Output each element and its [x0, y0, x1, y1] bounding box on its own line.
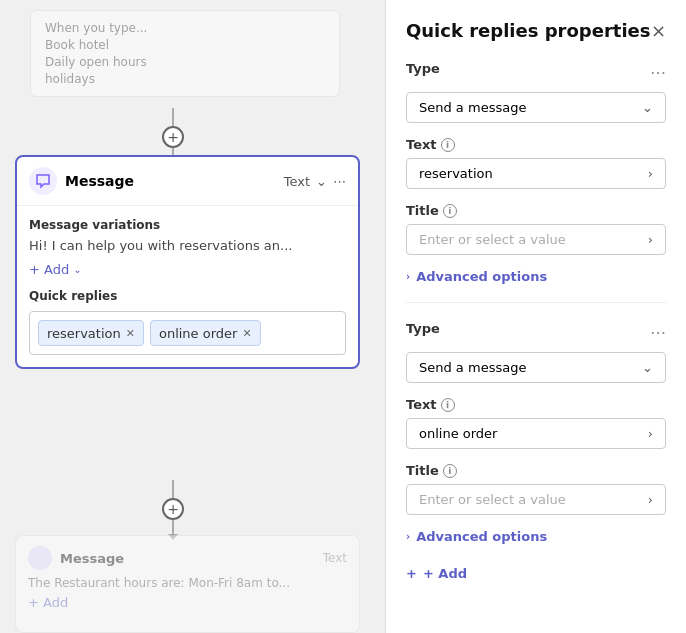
section1-title-info-icon: i	[443, 204, 457, 218]
top-node-line1: When you type...	[45, 21, 325, 35]
section1-text-label-text: Text	[406, 137, 437, 152]
section2-text-info-icon: i	[441, 398, 455, 412]
section2-advanced-options-button[interactable]: › Advanced options	[406, 529, 666, 544]
section1-text-info-icon: i	[441, 138, 455, 152]
section1-text-field-arrow-icon: ›	[648, 166, 653, 181]
section1-type-dropdown[interactable]: Send a message ⌄	[406, 92, 666, 123]
section-divider	[406, 302, 666, 303]
add-section-label: + Add	[423, 566, 467, 581]
section1-more-options-button[interactable]: ⋯	[650, 63, 666, 82]
faded-node-text: The Restaurant hours are: Mon-Fri 8am to…	[28, 576, 347, 590]
section2-text-value: online order	[419, 426, 497, 441]
panel-header: Quick replies properties ×	[406, 20, 666, 41]
message-variations-label: Message variations	[29, 218, 346, 232]
node-title: Message	[65, 173, 276, 189]
node-more-options-button[interactable]: ⋯	[333, 174, 346, 189]
section1-header-row: Type ⋯	[406, 61, 666, 84]
section1-dropdown-chevron-icon: ⌄	[642, 100, 653, 115]
tag-reservation: reservation ✕	[38, 320, 144, 346]
top-node-line3: Daily open hours	[45, 55, 325, 69]
message-node: Message Text ⌄ ⋯ Message variations Hi! …	[15, 155, 360, 369]
faded-add-button[interactable]: + Add	[28, 595, 68, 610]
section2-dropdown-chevron-icon: ⌄	[642, 360, 653, 375]
section2-text-field[interactable]: online order ›	[406, 418, 666, 449]
panel-title: Quick replies properties	[406, 20, 651, 41]
add-section-icon: +	[406, 566, 417, 581]
tag-online-order-remove-button[interactable]: ✕	[242, 327, 251, 340]
add-node-button-top[interactable]: +	[162, 126, 184, 148]
bottom-faded-node: Message Text The Restaurant hours are: M…	[15, 535, 360, 633]
section2-title-placeholder: Enter or select a value	[419, 492, 566, 507]
section1-text-value: reservation	[419, 166, 493, 181]
section1-title-field[interactable]: Enter or select a value ›	[406, 224, 666, 255]
add-variation-button[interactable]: + Add ⌄	[29, 262, 82, 277]
section1-title-field-arrow-icon: ›	[648, 232, 653, 247]
section1-type-label: Type	[406, 61, 440, 76]
section1-advanced-label: Advanced options	[416, 269, 547, 284]
section2-text-field-arrow-icon: ›	[648, 426, 653, 441]
section1-title-label: Title i	[406, 203, 666, 218]
section2-title-field[interactable]: Enter or select a value ›	[406, 484, 666, 515]
section1-advanced-options-button[interactable]: › Advanced options	[406, 269, 666, 284]
section1-type-value: Send a message	[419, 100, 526, 115]
right-panel: Quick replies properties × Type ⋯ Send a…	[385, 0, 686, 633]
section2-advanced-label: Advanced options	[416, 529, 547, 544]
add-section-button[interactable]: + + Add	[406, 566, 467, 581]
bottom-connector-line-bot	[172, 520, 174, 534]
faded-node-title: Message	[60, 551, 124, 566]
add-node-button-bottom[interactable]: +	[162, 498, 184, 520]
connector-line-top	[172, 108, 174, 126]
tag-online-order: online order ✕	[150, 320, 261, 346]
section2-header-row: Type ⋯	[406, 321, 666, 344]
section1-text-field[interactable]: reservation ›	[406, 158, 666, 189]
faded-add-label: + Add	[28, 595, 68, 610]
top-faded-node: When you type... Book hotel Daily open h…	[30, 10, 340, 97]
section2-title-field-arrow-icon: ›	[648, 492, 653, 507]
section2-text-label-text: Text	[406, 397, 437, 412]
left-panel: When you type... Book hotel Daily open h…	[0, 0, 385, 633]
add-variation-label: + Add	[29, 262, 69, 277]
bottom-connector-line-top	[172, 480, 174, 498]
bottom-connector: +	[162, 480, 184, 540]
section2-more-options-button[interactable]: ⋯	[650, 323, 666, 342]
node-header: Message Text ⌄ ⋯	[17, 157, 358, 206]
faded-node-header: Message Text	[28, 546, 347, 570]
section2-advanced-chevron-icon: ›	[406, 531, 410, 542]
section2-type-label: Type	[406, 321, 440, 336]
quick-replies-label: Quick replies	[29, 289, 346, 303]
section2-title-label-text: Title	[406, 463, 439, 478]
section2-text-label: Text i	[406, 397, 666, 412]
section1-title-label-text: Title	[406, 203, 439, 218]
section2-type-value: Send a message	[419, 360, 526, 375]
node-header-text: Text	[284, 174, 310, 189]
top-node-line4: holidays	[45, 72, 325, 86]
section2-type-dropdown[interactable]: Send a message ⌄	[406, 352, 666, 383]
section2-title-info-icon: i	[443, 464, 457, 478]
section1-advanced-chevron-icon: ›	[406, 271, 410, 282]
node-header-right: Text ⌄ ⋯	[284, 174, 346, 189]
close-button[interactable]: ×	[651, 20, 666, 41]
tag-reservation-label: reservation	[47, 326, 121, 341]
section1-title-placeholder: Enter or select a value	[419, 232, 566, 247]
chevron-down-icon: ⌄	[316, 174, 327, 189]
tag-reservation-remove-button[interactable]: ✕	[126, 327, 135, 340]
section2-title-label: Title i	[406, 463, 666, 478]
message-node-icon	[29, 167, 57, 195]
tag-online-order-label: online order	[159, 326, 237, 341]
node-body: Message variations Hi! I can help you wi…	[17, 206, 358, 367]
add-chevron-icon: ⌄	[73, 264, 81, 275]
top-node-line2: Book hotel	[45, 38, 325, 52]
quick-replies-container: reservation ✕ online order ✕	[29, 311, 346, 355]
faded-node-icon	[28, 546, 52, 570]
message-text: Hi! I can help you with reservations an.…	[29, 238, 346, 253]
faded-node-badge: Text	[323, 551, 347, 565]
section1-text-label: Text i	[406, 137, 666, 152]
